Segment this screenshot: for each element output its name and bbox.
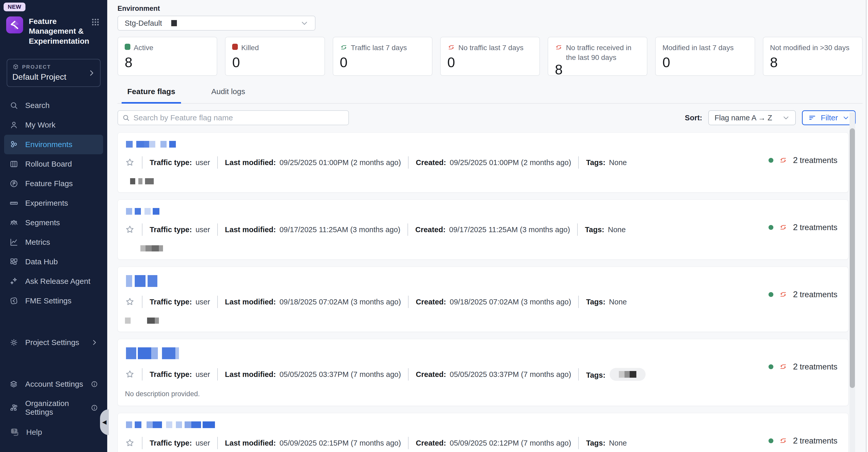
divider bbox=[217, 223, 218, 236]
stat-card: No traffic last 7 days 0 bbox=[440, 37, 540, 76]
last-modified-label: Last modified: bbox=[225, 370, 276, 379]
sidebar-item-project-settings[interactable]: Project Settings bbox=[4, 333, 103, 352]
favorite-star-icon[interactable] bbox=[125, 369, 135, 379]
divider bbox=[408, 437, 408, 449]
sidebar-collapse-handle[interactable]: ◀ bbox=[100, 409, 109, 435]
project-name: Default Project bbox=[12, 72, 95, 82]
stat-label: Active bbox=[134, 43, 153, 53]
flag-description bbox=[125, 178, 839, 185]
created-label: Created: bbox=[416, 439, 446, 447]
sidebar-item-metrics[interactable]: Metrics bbox=[4, 233, 103, 252]
scrollbar-thumb[interactable] bbox=[850, 128, 855, 388]
divider bbox=[578, 156, 579, 169]
sidebar-item-rollout-board[interactable]: Rollout Board bbox=[4, 154, 103, 174]
created-value: 09/25/2025 01:00PM (2 months ago) bbox=[450, 158, 571, 167]
feature-flag-row[interactable]: Traffic type:user Last modified:09/18/20… bbox=[118, 267, 848, 332]
flag-description bbox=[125, 317, 839, 324]
sidebar-item-ask-release-agent[interactable]: Ask Release Agent bbox=[4, 272, 103, 291]
last-modified-value: 05/05/2025 03:37PM (7 months ago) bbox=[279, 370, 401, 379]
traffic-type-label: Traffic type: bbox=[150, 158, 192, 167]
feature-flag-row[interactable]: Traffic type:user Last modified:05/09/20… bbox=[118, 413, 848, 452]
toolbar: Sort: Flag name A → Z Filter bbox=[118, 110, 856, 125]
sort-select[interactable]: Flag name A → Z bbox=[708, 110, 796, 125]
feature-flag-row[interactable]: Traffic type:user Last modified:09/17/20… bbox=[118, 200, 848, 260]
no-traffic-icon bbox=[779, 436, 787, 445]
sidebar-item-fme-settings[interactable]: FME Settings bbox=[4, 291, 103, 310]
redacted-flag-name bbox=[126, 141, 839, 148]
divider bbox=[217, 296, 218, 308]
sidebar-item-data-hub[interactable]: Data Hub bbox=[4, 252, 103, 272]
stat-card: No traffic received in the last 90 days … bbox=[548, 37, 647, 76]
no-traffic-icon bbox=[779, 223, 787, 232]
tags-label: Tags: bbox=[586, 371, 605, 380]
sidebar-nav-tertiary: Account Settings Organization Settings bbox=[0, 374, 107, 422]
divider bbox=[142, 156, 143, 169]
feature-flag-row[interactable]: Traffic type:user Last modified:09/25/20… bbox=[118, 132, 848, 192]
flag-description: No description provided. bbox=[125, 390, 839, 398]
sidebar-item-segments[interactable]: Segments bbox=[4, 213, 103, 233]
favorite-star-icon[interactable] bbox=[125, 225, 135, 235]
list-scrollbar[interactable] bbox=[849, 112, 855, 452]
environment-select[interactable]: Stg-Default bbox=[118, 16, 315, 31]
sidebar-nav-secondary: Project Settings bbox=[0, 333, 107, 352]
divider bbox=[217, 156, 218, 169]
divider bbox=[578, 437, 579, 449]
project-selector[interactable]: PROJECT Default Project bbox=[7, 59, 100, 87]
chevron-down-icon bbox=[782, 114, 789, 121]
status-active-dot bbox=[769, 225, 773, 230]
divider bbox=[217, 368, 218, 381]
traffic-type-value: user bbox=[195, 225, 210, 234]
status-active-dot bbox=[769, 158, 773, 163]
traffic-type-value: user bbox=[195, 158, 210, 167]
sidebar-item-organization-settings[interactable]: Organization Settings bbox=[4, 394, 103, 422]
stat-card: Traffic last 7 days 0 bbox=[333, 37, 432, 76]
help-button[interactable]: ? Help bbox=[0, 422, 107, 443]
stat-value: 0 bbox=[340, 55, 425, 69]
favorite-star-icon[interactable] bbox=[125, 158, 135, 168]
divider bbox=[217, 437, 218, 449]
divider bbox=[578, 296, 579, 308]
traffic-type-label: Traffic type: bbox=[150, 370, 192, 379]
created-value: 05/05/2025 03:37PM (7 months ago) bbox=[450, 370, 571, 379]
feature-flag-list: Traffic type:user Last modified:09/25/20… bbox=[118, 132, 848, 452]
stat-card: Active 8 bbox=[118, 37, 217, 76]
redacted-environment-suffix bbox=[171, 20, 177, 26]
status-square-icon bbox=[232, 44, 238, 50]
last-modified-label: Last modified: bbox=[225, 298, 276, 306]
favorite-star-icon[interactable] bbox=[125, 297, 135, 307]
filter-button[interactable]: Filter bbox=[802, 110, 856, 125]
traffic-arrows-icon bbox=[555, 43, 563, 51]
tags-value: None bbox=[609, 439, 627, 447]
sidebar-nav: Search My Work Environments Rollout Boar… bbox=[0, 96, 107, 310]
project-label: PROJECT bbox=[22, 64, 51, 70]
status-active-dot bbox=[769, 292, 773, 297]
sidebar-item-my-work[interactable]: My Work bbox=[4, 115, 103, 135]
created-label: Created: bbox=[416, 370, 446, 379]
chevron-right-icon bbox=[91, 339, 98, 346]
status-active-dot bbox=[769, 364, 773, 369]
sidebar-item-search[interactable]: Search bbox=[4, 96, 103, 115]
help-label: Help bbox=[26, 428, 42, 436]
help-icon: ? bbox=[9, 427, 20, 438]
tab-audit-logs[interactable]: Audit logs bbox=[206, 86, 251, 103]
tab-feature-flags[interactable]: Feature flags bbox=[122, 86, 181, 103]
main-content: Environment Stg-Default Active 8 Killed … bbox=[107, 0, 868, 452]
search-icon bbox=[122, 114, 130, 122]
created-label: Created: bbox=[416, 298, 446, 306]
info-icon[interactable] bbox=[91, 404, 98, 411]
search-input[interactable] bbox=[118, 110, 349, 125]
last-modified-label: Last modified: bbox=[225, 225, 276, 234]
sidebar-item-experiments[interactable]: Experiments bbox=[4, 193, 103, 213]
favorite-star-icon[interactable] bbox=[125, 438, 135, 448]
sort-label: Sort: bbox=[685, 114, 703, 122]
stat-value: 0 bbox=[662, 55, 748, 69]
app-grid-icon[interactable] bbox=[90, 17, 100, 27]
info-icon[interactable] bbox=[91, 381, 98, 388]
sidebar-item-account-settings[interactable]: Account Settings bbox=[4, 374, 103, 394]
treatments-count: 2treatments bbox=[793, 362, 837, 371]
sidebar-item-feature-flags[interactable]: Feature Flags bbox=[4, 174, 103, 193]
stat-value: 0 bbox=[232, 55, 317, 69]
feature-flag-row[interactable]: Traffic type:user Last modified:05/05/20… bbox=[118, 339, 848, 406]
sidebar-item-environments[interactable]: Environments bbox=[4, 135, 103, 154]
chevron-down-icon bbox=[842, 114, 849, 121]
